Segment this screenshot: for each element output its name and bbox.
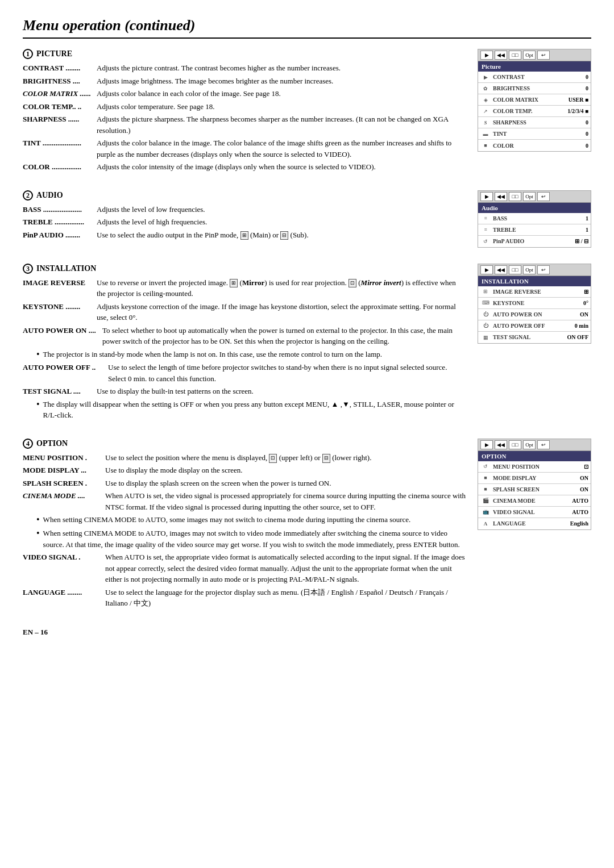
- color-desc: Adjusts the color intensity of the image…: [97, 161, 466, 173]
- page-title: Menu operation (continued): [23, 17, 591, 39]
- auto-power-off-panel-label: AUTO POWER OFF: [493, 323, 572, 329]
- splash-screen-name: SPLASH SCREEN .: [23, 478, 105, 489]
- video-signal-panel-value: AUTO: [572, 509, 588, 515]
- installation-text-col: 3 INSTALLATION IMAGE REVERSE Use to reve…: [23, 264, 466, 423]
- bullet-dot-3: •: [36, 514, 40, 526]
- image-reverse-panel-value: ⊞: [584, 289, 588, 295]
- picture-panel-header: Picture: [478, 61, 591, 72]
- inst-panel-btn-5[interactable]: ↩: [537, 265, 550, 274]
- color-icon: ■: [480, 141, 491, 149]
- opt-panel-btn-1[interactable]: ▶: [480, 440, 493, 449]
- audio-panel-btn-3[interactable]: □□: [509, 192, 521, 201]
- page-footer: EN – 16: [23, 628, 591, 637]
- panel-image-reverse-row: ⊞ IMAGE REVERSE ⊞: [478, 286, 591, 298]
- test-signal-panel-label: TEST SIGNAL: [493, 334, 565, 340]
- color-temp-desc: Adjusts color temperature. See page 18.: [97, 101, 466, 112]
- color-matrix-desc: Adjusts color balance in each color of t…: [97, 88, 466, 99]
- pinp-audio-name: PinP AUDIO ........: [23, 229, 97, 241]
- audio-panel-btn-4[interactable]: Opt: [523, 192, 536, 201]
- splash-screen-desc: Use to display the splash screen on the …: [105, 478, 466, 489]
- sharpness-panel-value: 0: [586, 119, 588, 126]
- panel-contrast-row: ▶ CONTRAST 0: [478, 72, 591, 83]
- panel-pinp-row: ↺ PinP AUDIO ⊞ / ⊟: [478, 236, 591, 247]
- audio-header: 2 AUDIO: [23, 190, 466, 201]
- contrast-icon: ▶: [480, 73, 491, 81]
- color-matrix-name: COLOR MATRIX ......: [23, 88, 97, 99]
- footer-text: EN – 16: [23, 628, 48, 636]
- panel-sharpness-row: S SHARPNESS 0: [478, 117, 591, 128]
- panel-btn-3[interactable]: □□: [509, 51, 521, 60]
- auto-power-on-bullet-text1: The projector is in stand-by mode when t…: [43, 349, 382, 361]
- opt-panel-btn-3[interactable]: □□: [509, 440, 521, 449]
- panel-btn-2[interactable]: ◀◀: [495, 51, 507, 60]
- option-label: OPTION: [36, 439, 68, 448]
- sharpness-desc: Adjusts the picture sharpness. The sharp…: [97, 114, 466, 136]
- audio-panel-btn-5[interactable]: ↩: [537, 192, 550, 201]
- menu-position-panel-label: MENU POSITION: [493, 464, 582, 470]
- pinp-audio-term: PinP AUDIO ........ Use to select the au…: [23, 229, 466, 241]
- panel-btn-1[interactable]: ▶: [480, 51, 493, 60]
- auto-power-on-panel-icon: ⏻: [480, 310, 491, 318]
- treble-panel-value: 1: [586, 227, 588, 233]
- auto-power-on-name: AUTO POWER ON ....: [23, 325, 102, 347]
- panel-btn-5[interactable]: ↩: [537, 51, 550, 60]
- option-panel-topbar: ▶ ◀◀ □□ Opt ↩: [478, 439, 591, 451]
- panel-color-row: ■ COLOR 0: [478, 140, 591, 151]
- mode-display-panel-icon: ■: [480, 474, 491, 482]
- bullet-dot-1: •: [36, 349, 40, 361]
- video-signal-panel-icon: 📺: [480, 508, 491, 516]
- color-matrix-term: COLOR MATRIX ...... Adjusts color balanc…: [23, 88, 466, 99]
- lower-right-icon: ⊟: [322, 454, 330, 463]
- test-signal-desc: Use to display the built-in test pattern…: [97, 386, 466, 397]
- opt-panel-btn-4[interactable]: Opt: [523, 440, 536, 449]
- sharpness-icon: S: [480, 119, 491, 127]
- picture-panel: ▶ ◀◀ □□ Opt ↩ Picture ▶ CONTRAST 0 ✿ BRI…: [478, 49, 591, 152]
- brightness-name: BRIGHTNESS ....: [23, 76, 97, 87]
- audio-num: 2: [23, 190, 33, 201]
- pinp-audio-desc: Use to select the audio output in the Pi…: [97, 229, 466, 241]
- picture-panel-topbar: ▶ ◀◀ □□ Opt ↩: [478, 49, 591, 61]
- test-signal-panel-icon: ▦: [480, 333, 491, 341]
- panel-test-signal-row: ▦ TEST SIGNAL ON OFF: [478, 332, 591, 343]
- opt-panel-btn-2[interactable]: ◀◀: [495, 440, 507, 449]
- image-reverse-term: IMAGE REVERSE Use to reverse or invert t…: [23, 277, 466, 299]
- panel-keystone-row: ⌨ KEYSTONE 0°: [478, 298, 591, 309]
- audio-panel-btn-2[interactable]: ◀◀: [495, 192, 507, 201]
- video-signal-panel-label: VIDEO SIGNAL: [493, 509, 570, 515]
- panel-mode-display-row: ■ MODE DISPLAY ON: [478, 473, 591, 484]
- keystone-panel-icon: ⌨: [480, 299, 491, 307]
- inst-panel-btn-3[interactable]: □□: [509, 265, 521, 274]
- option-panel-widget: ▶ ◀◀ □□ Opt ↩ OPTION ↺ MENU POSITION ⊡ ■…: [478, 439, 591, 530]
- keystone-panel-label: KEYSTONE: [493, 300, 581, 306]
- auto-power-off-panel-icon: ⏻: [480, 322, 491, 329]
- inst-panel-btn-1[interactable]: ▶: [480, 265, 493, 274]
- brightness-panel-label: BRIGHTNESS: [493, 85, 583, 91]
- option-num: 4: [23, 439, 33, 449]
- test-signal-bullet-text1: The display will disappear when the sett…: [43, 399, 466, 421]
- auto-power-on-bullet1: • The projector is in stand-by mode when…: [36, 349, 466, 361]
- panel-tint-row: ▬ TINT 0: [478, 128, 591, 140]
- tint-panel-label: TINT: [493, 131, 583, 137]
- picture-text-col: 1 PICTURE CONTRAST ........ Adjusts the …: [23, 49, 466, 174]
- inst-panel-btn-4[interactable]: Opt: [523, 265, 536, 274]
- language-desc: Use to select the language for the proje…: [105, 587, 466, 609]
- splash-screen-panel-icon: ■: [480, 485, 491, 493]
- sharpness-term: SHARPNESS ...... Adjusts the picture sha…: [23, 114, 466, 136]
- opt-panel-btn-5[interactable]: ↩: [537, 440, 550, 449]
- section-option: 4 OPTION MENU POSITION . Use to select t…: [23, 439, 591, 611]
- audio-panel-btn-1[interactable]: ▶: [480, 192, 493, 201]
- sharpness-panel-label: SHARPNESS: [493, 119, 583, 126]
- bass-desc: Adjusts the level of low frequencies.: [97, 204, 466, 215]
- color-temp-icon: ↗: [480, 107, 491, 115]
- color-temp-panel-value: 1/2/3/4 ■: [567, 108, 588, 114]
- cinema-mode-name: CINEMA MODE ....: [23, 490, 105, 512]
- picture-panel-widget: ▶ ◀◀ □□ Opt ↩ Picture ▶ CONTRAST 0 ✿ BRI…: [478, 49, 591, 152]
- panel-btn-4[interactable]: Opt: [523, 51, 536, 60]
- image-reverse-panel-label: IMAGE REVERSE: [493, 289, 582, 295]
- inst-panel-btn-2[interactable]: ◀◀: [495, 265, 507, 274]
- image-reverse-panel-icon: ⊞: [480, 287, 491, 295]
- menu-position-panel-icon: ↺: [480, 462, 491, 470]
- cinema-mode-panel-icon: 🎬: [480, 496, 491, 504]
- language-panel-value: English: [570, 520, 588, 527]
- brightness-panel-value: 0: [586, 85, 588, 91]
